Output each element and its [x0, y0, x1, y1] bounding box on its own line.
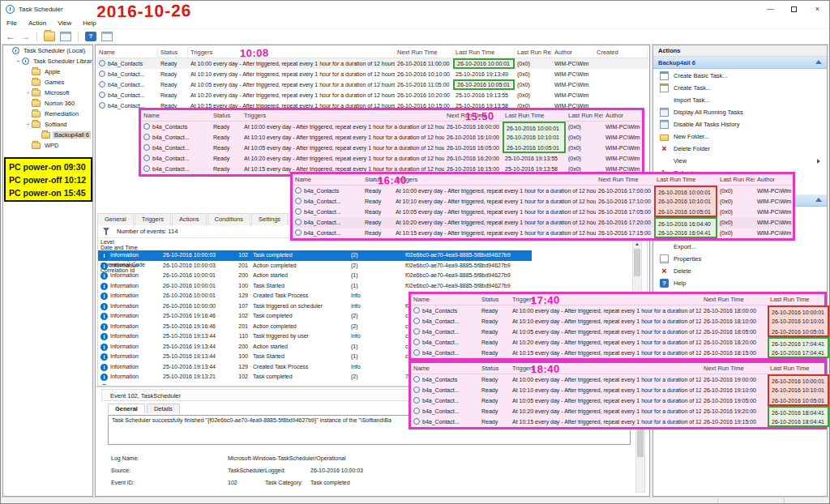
tab-conditions[interactable]: Conditions — [208, 213, 250, 225]
action-new-folder[interactable]: New Folder... — [653, 130, 827, 143]
forward-icon[interactable]: → — [20, 31, 30, 42]
table-row[interactable]: b4a_Contact...ReadyAt 10:05 every day - … — [96, 79, 648, 90]
action-properties[interactable]: Properties — [653, 253, 827, 265]
table-row[interactable]: b4a_Contact...ReadyAt 10:05 every day - … — [293, 207, 793, 217]
column-header[interactable]: Name — [96, 47, 158, 58]
column-header[interactable]: Name — [141, 110, 211, 121]
tab-general[interactable]: General — [108, 404, 145, 413]
sidebar-item-norton-360[interactable]: Norton 360 — [3, 98, 92, 109]
table-row[interactable]: b4a_Contact...ReadyAt 10:20 every day - … — [411, 337, 824, 348]
column-header[interactable]: Triggers — [188, 47, 395, 58]
column-header[interactable]: Last Run Time — [768, 294, 829, 305]
action-delete-folder[interactable]: Delete Folder — [653, 143, 827, 155]
table-row[interactable]: b4a_Contact...ReadyAt 10:05 every day - … — [411, 327, 824, 337]
table-row[interactable]: iInformation26-10-2016 10:00:01200Action… — [98, 271, 532, 281]
action-export[interactable]: Export... — [653, 241, 827, 253]
table-row[interactable]: b4a_ContactsReadyAt 10:00 every day - Af… — [293, 186, 793, 196]
help-icon[interactable]: ? — [85, 32, 96, 41]
table-row[interactable]: b4a_ContactsReadyAt 10:00 every day - Af… — [411, 305, 824, 316]
action-display-all-running-tasks[interactable]: Display All Running Tasks — [653, 106, 827, 118]
column-header[interactable]: Next Run Time — [596, 174, 654, 185]
sidebar-item-backup4all-6[interactable]: Backup4all 6 — [3, 130, 92, 140]
table-row[interactable]: b4a_Contact...ReadyAt 10:10 every day - … — [411, 316, 824, 327]
sidebar-item-games[interactable]: Games — [3, 77, 92, 88]
column-header[interactable]: Author — [552, 47, 594, 58]
action-create-task[interactable]: Create Task... — [653, 82, 827, 94]
table-row[interactable]: iInformation26-10-2016 10:00:01100Task S… — [98, 281, 532, 292]
actions-group-header-backup4all[interactable]: Backup4all 6 — [653, 57, 827, 69]
back-icon[interactable]: ← — [6, 31, 15, 42]
tab-details[interactable]: Details — [147, 404, 180, 413]
column-header[interactable]: Last Run Time — [654, 174, 717, 185]
tab-actions[interactable]: Actions — [172, 213, 207, 225]
table-row[interactable]: iInformation26-10-2016 10:00:03201Action… — [98, 261, 532, 271]
table-row[interactable]: b4a_Contact...ReadyAt 10:10 every day - … — [293, 196, 793, 207]
table-row[interactable]: b4a_Contact...ReadyAt 10:20 every day - … — [96, 90, 648, 100]
menu-action[interactable]: Action — [23, 19, 52, 27]
minimize-button[interactable]: — — [759, 1, 782, 17]
scrollbar-thumb[interactable] — [637, 425, 644, 457]
tab-general[interactable]: General — [97, 213, 134, 225]
table-row[interactable]: b4a_Contact...ReadyAt 10:15 every day - … — [411, 416, 824, 427]
collapse-icon[interactable] — [815, 60, 822, 64]
column-header[interactable]: Status — [479, 363, 510, 374]
scrollbar-thumb[interactable] — [634, 249, 640, 276]
menu-help[interactable]: Help — [77, 19, 101, 27]
show-console-tree-icon[interactable] — [44, 32, 55, 41]
console-window-icon[interactable] — [60, 32, 71, 41]
table-row[interactable]: b4a_Contact...ReadyAt 10:10 every day - … — [96, 69, 648, 79]
column-header[interactable]: Last Run Result — [717, 174, 755, 185]
column-header[interactable]: Last Run Time — [453, 47, 515, 58]
sidebar-item-task-scheduler-library[interactable]: ›Task Scheduler Library — [3, 56, 92, 66]
column-header[interactable]: Next Run Time — [395, 47, 453, 58]
column-header[interactable]: Name — [293, 174, 362, 185]
table-row[interactable]: b4a_Contact...ReadyAt 10:05 every day - … — [411, 395, 824, 406]
column-header[interactable]: Status — [211, 110, 242, 121]
sidebar-item-softland[interactable]: ›Softland — [3, 119, 92, 130]
table-row[interactable]: b4a_Contact...ReadyAt 10:05 every day - … — [141, 143, 642, 153]
scroll-up-icon[interactable]: ▲ — [633, 240, 641, 248]
column-header[interactable]: Status — [158, 47, 188, 58]
column-header[interactable]: Name — [411, 363, 479, 374]
menu-view[interactable]: View — [52, 19, 77, 27]
column-header[interactable]: Triggers — [242, 110, 444, 121]
sidebar-item-task-scheduler-local-[interactable]: Task Scheduler (Local) — [3, 45, 92, 56]
action-create-basic-task[interactable]: Create Basic Task... — [653, 70, 827, 82]
tab-triggers[interactable]: Triggers — [135, 213, 171, 225]
table-row[interactable]: iInformation26-10-2016 10:00:03102Task c… — [98, 250, 532, 261]
table-row[interactable]: b4a_Contact...ReadyAt 10:20 every day - … — [411, 406, 824, 416]
table-row[interactable]: b4a_ContactsReadyAt 10:00 every day - Af… — [411, 374, 824, 385]
column-header[interactable]: Created — [594, 47, 648, 58]
collapse-icon[interactable] — [815, 198, 822, 202]
sidebar-item-wpd[interactable]: WPD — [3, 140, 92, 151]
column-header[interactable]: Last Run Result — [515, 47, 552, 58]
action-disable-all-tasks-history[interactable]: Disable All Tasks History — [653, 118, 827, 130]
column-header[interactable]: Name — [411, 294, 479, 305]
column-header[interactable]: Author — [755, 174, 798, 185]
chevron-right-icon[interactable]: › — [24, 88, 32, 98]
column-header[interactable]: Status — [479, 294, 510, 305]
column-header[interactable]: Next Run Time — [701, 294, 768, 305]
action-delete[interactable]: Delete — [653, 265, 827, 277]
sidebar-item-microsoft[interactable]: ›Microsoft — [3, 88, 92, 98]
filter-funnel-icon[interactable] — [103, 228, 110, 235]
maximize-button[interactable] — [782, 1, 806, 17]
table-row[interactable]: b4a_Contact...ReadyAt 10:15 every day - … — [293, 228, 793, 238]
tab-settings[interactable]: Settings — [251, 213, 288, 225]
table-row[interactable]: b4a_Contact...ReadyAt 10:15 every day - … — [411, 348, 824, 358]
table-row[interactable]: b4a_Contact...ReadyAt 10:20 every day - … — [141, 153, 642, 164]
column-header[interactable]: Triggers — [393, 174, 596, 185]
table-row[interactable]: b4a_ContactsReadyAt 10:00 every day - Af… — [96, 58, 648, 69]
column-header[interactable]: Last Run Time — [503, 110, 566, 121]
table-row[interactable]: b4a_ContactsReadyAt 10:00 every day - Af… — [141, 122, 642, 132]
column-header[interactable]: Last Run Result — [566, 110, 603, 121]
column-header[interactable]: Last Run Time — [768, 363, 829, 374]
action-help[interactable]: Help — [653, 277, 827, 289]
column-header[interactable]: Level — [98, 239, 160, 245]
close-button[interactable]: × — [806, 1, 829, 17]
menu-file[interactable]: File — [1, 19, 23, 27]
column-header[interactable]: Author — [603, 110, 647, 121]
sidebar-item-apple[interactable]: Apple — [3, 66, 92, 77]
column-header[interactable]: Date and Time — [98, 245, 164, 250]
action-import-task[interactable]: Import Task... — [653, 94, 827, 106]
